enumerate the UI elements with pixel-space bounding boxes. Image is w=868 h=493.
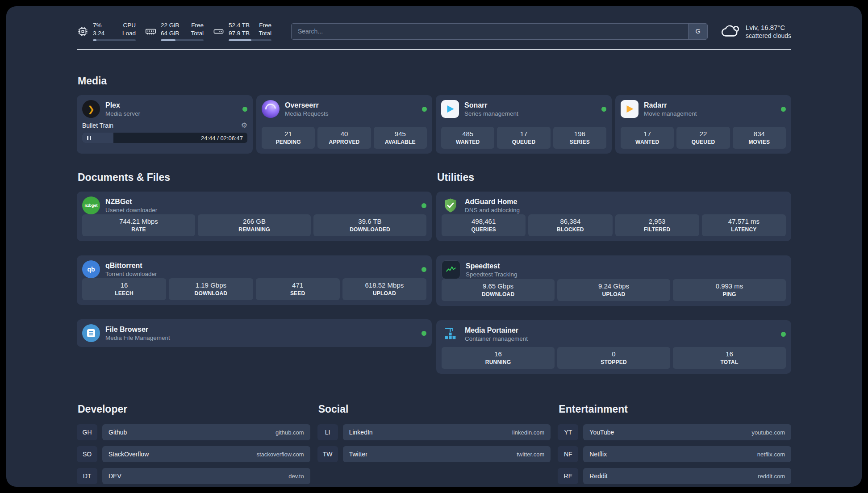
app-name: AdGuard Home — [465, 198, 520, 206]
weather-location: Lviv, 16.87°C — [746, 23, 791, 32]
status-dot — [242, 107, 247, 112]
bookmark-abbr: RE — [558, 468, 578, 484]
bookmark-link[interactable]: Netflix netflix.com — [583, 446, 791, 462]
bookmark-url: netflix.com — [757, 451, 785, 458]
app-card-sonarr[interactable]: Sonarr Series management 485 WANTED 17 Q… — [436, 95, 612, 154]
app-card-portainer[interactable]: Media Portainer Container management 16 … — [436, 320, 791, 374]
search-engine-button[interactable]: G — [688, 24, 707, 39]
app-subtitle: Speedtest Tracking — [466, 271, 517, 278]
disk-usage-bar — [229, 39, 271, 41]
status-dot — [421, 267, 426, 272]
pause-icon[interactable] — [86, 136, 92, 140]
section-entertainment: Entertainment YT YouTube youtube.com NF … — [558, 403, 791, 484]
bookmark-abbr: TW — [317, 446, 338, 462]
cpu-icon — [77, 25, 89, 38]
app-subtitle: Usenet downloader — [105, 207, 157, 213]
weather-condition: scattered clouds — [746, 32, 791, 39]
stat-movies: 834 MOVIES — [733, 127, 786, 149]
bookmark-abbr: SO — [77, 446, 97, 462]
qbittorrent-icon-text: qb — [87, 266, 95, 273]
stat-upload: 618.52 Mbps UPLOAD — [342, 278, 426, 300]
section-title-social: Social — [318, 403, 550, 415]
bookmark-abbr: DT — [77, 468, 97, 484]
app-card-filebrowser[interactable]: File Browser Media File Management — [77, 319, 432, 347]
app-subtitle: Media File Management — [105, 334, 170, 341]
bookmark-url: stackoverflow.com — [256, 451, 304, 458]
app-name: Plex — [105, 101, 140, 109]
app-card-overseerr[interactable]: Overseerr Media Requests 21 PENDING 40 A… — [256, 95, 432, 154]
stat-available: 945 AVAILABLE — [374, 127, 427, 149]
bookmark-url: linkedin.com — [512, 429, 544, 436]
app-card-nzbget[interactable]: nzbget NZBGet Usenet downloader 744.21 M… — [77, 192, 432, 241]
now-playing-title: Bullet Train — [82, 122, 113, 129]
stat-blocked: 86,384 BLOCKED — [528, 214, 612, 236]
stat-latency: 47.571 ms LATENCY — [702, 214, 786, 236]
playback-progress-bar[interactable]: 24:44 / 02:06:47 — [82, 133, 247, 143]
overseerr-icon — [262, 100, 280, 118]
bookmark-name: Github — [108, 429, 127, 436]
stat-series: 196 SERIES — [553, 127, 606, 149]
bookmark-reddit[interactable]: RE Reddit reddit.com — [558, 468, 791, 484]
bookmark-url: dev.to — [288, 473, 304, 480]
stat-remaining: 266 GB REMAINING — [198, 214, 311, 236]
radarr-icon — [621, 100, 638, 118]
status-dot — [422, 107, 427, 112]
bookmark-url: reddit.com — [758, 473, 785, 480]
sonarr-icon — [441, 100, 459, 118]
disk-label-bottom: Total — [259, 29, 271, 38]
bookmark-youtube[interactable]: YT YouTube youtube.com — [558, 424, 791, 440]
cpu-usage-bar — [93, 39, 136, 41]
search-input[interactable] — [291, 23, 708, 40]
stat-stopped: 0 STOPPED — [557, 347, 670, 369]
plex-icon — [82, 100, 100, 118]
adguard-icon — [442, 196, 459, 214]
bookmark-abbr: NF — [558, 446, 578, 462]
bookmark-name: YouTube — [589, 429, 614, 436]
stat-filtered: 2,953 FILTERED — [615, 214, 699, 236]
bookmark-stackoverflow[interactable]: SO StackOverflow stackoverflow.com — [77, 446, 310, 462]
bookmark-link[interactable]: LinkedIn linkedin.com — [343, 424, 551, 440]
bookmark-link[interactable]: Github github.com — [102, 424, 310, 440]
bookmark-name: Twitter — [349, 451, 367, 458]
ram-label-top: Free — [191, 21, 204, 29]
ram-total: 64 GiB — [161, 29, 179, 38]
section-title-media: Media — [78, 75, 790, 87]
stat-leech: 16 LEECH — [82, 278, 166, 300]
app-card-radarr[interactable]: Radarr Movie management 17 WANTED 22 QUE… — [615, 95, 791, 154]
stat-queued: 17 QUEUED — [497, 127, 550, 149]
bookmark-abbr: YT — [558, 424, 578, 440]
cpu-label-bottom: Load — [122, 29, 136, 38]
gear-icon[interactable] — [241, 122, 247, 129]
stat-download: 1.19 Gbps DOWNLOAD — [169, 278, 253, 300]
bookmark-url: youtube.com — [752, 429, 785, 436]
stat-seed: 471 SEED — [256, 278, 340, 300]
bookmark-link[interactable]: DEV dev.to — [102, 468, 310, 484]
bookmark-link[interactable]: Twitter twitter.com — [343, 446, 551, 462]
stat-wanted: 17 WANTED — [621, 127, 674, 149]
filebrowser-icon — [82, 324, 100, 342]
cpu-label-top: CPU — [123, 21, 136, 29]
ram-label-bottom: Total — [191, 29, 204, 38]
speedtest-icon — [442, 260, 460, 279]
bookmark-twitter[interactable]: TW Twitter twitter.com — [317, 446, 551, 462]
stat-pending: 21 PENDING — [262, 127, 315, 149]
bookmark-name: Reddit — [589, 472, 607, 480]
bookmark-link[interactable]: StackOverflow stackoverflow.com — [102, 446, 310, 462]
app-card-speedtest[interactable]: Speedtest Speedtest Tracking 9.65 Gbps D… — [436, 255, 791, 306]
bookmark-link[interactable]: Reddit reddit.com — [583, 468, 791, 484]
bookmark-link[interactable]: YouTube youtube.com — [583, 424, 791, 440]
bookmark-name: StackOverflow — [108, 451, 149, 458]
bookmark-github[interactable]: GH Github github.com — [77, 424, 310, 440]
stat-queued: 22 QUEUED — [676, 127, 730, 149]
stat-total: 16 TOTAL — [673, 347, 786, 369]
bookmark-linkedin[interactable]: LI LinkedIn linkedin.com — [317, 424, 551, 440]
app-card-plex[interactable]: Plex Media server Bullet Train 24:44 / 0… — [77, 95, 253, 154]
bookmark-netflix[interactable]: NF Netflix netflix.com — [558, 446, 791, 462]
cpu-percent: 7% — [93, 21, 102, 29]
bookmark-dev[interactable]: DT DEV dev.to — [77, 468, 310, 484]
stat-upload: 9.24 Gbps UPLOAD — [557, 279, 670, 301]
bookmark-abbr: LI — [317, 424, 338, 440]
status-dot — [781, 107, 786, 112]
app-card-qbittorrent[interactable]: qb qBittorrent Torrent downloader 16 — [77, 255, 432, 305]
app-card-adguard[interactable]: AdGuard Home DNS and adblocking 498,461 … — [436, 192, 791, 241]
